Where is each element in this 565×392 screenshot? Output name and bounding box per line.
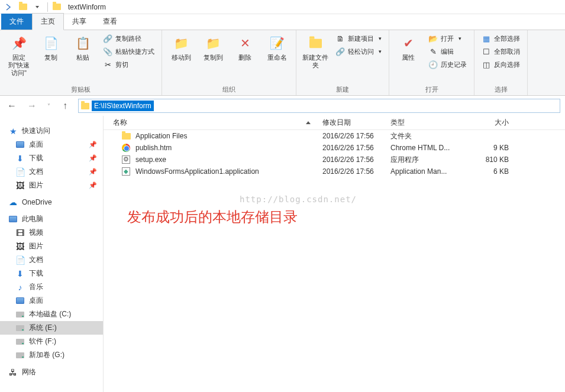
col-name[interactable]: 名称 [104, 118, 322, 128]
sidebar-videos[interactable]: 🎞视频 [0, 226, 103, 239]
sidebar-pictures[interactable]: 🖼图片📌 [0, 179, 103, 192]
sidebar-drive-e[interactable]: 系统 (E:) [0, 321, 103, 335]
sidebar-thispc[interactable]: 此电脑 [0, 212, 103, 226]
rename-button[interactable]: 📝 重命名 [263, 33, 291, 64]
file-row[interactable]: Application Files 2016/2/26 17:56 文件夹 [104, 130, 565, 142]
sidebar-drive-f[interactable]: 软件 (F:) [0, 335, 103, 348]
delete-icon: ✕ [237, 35, 253, 51]
tab-file[interactable]: 文件 [1, 14, 32, 30]
address-bar[interactable]: E:\IIS\textWinform [78, 99, 560, 113]
sidebar-documents2[interactable]: 📄文档 [0, 253, 103, 267]
col-type[interactable]: 类型 [390, 118, 467, 128]
paste-icon: 📋 [75, 35, 91, 51]
newitem-icon: 🗎 [335, 34, 345, 43]
edit-icon: ✎ [428, 47, 438, 56]
drive-icon [15, 310, 25, 319]
tab-home[interactable]: 主页 [32, 13, 64, 30]
drive-icon [15, 337, 25, 346]
rename-icon: 📝 [269, 35, 285, 51]
pictures-icon: 🖼 [15, 242, 25, 251]
newfolder-button[interactable]: 新建文件夹 [301, 33, 330, 72]
file-row[interactable]: setup.exe 2016/2/26 17:56 应用程序 810 KB [104, 154, 565, 166]
sidebar-drive-c[interactable]: 本地磁盘 (C:) [0, 307, 103, 321]
qat-customize-icon[interactable] [31, 1, 44, 13]
tab-view[interactable]: 查看 [95, 14, 125, 30]
desktop-icon [15, 140, 25, 150]
downloads-icon: ⬇ [15, 154, 25, 163]
cut-button[interactable]: ✂剪切 [101, 59, 157, 70]
videos-icon: 🎞 [15, 228, 25, 238]
navigation-pane[interactable]: ★快速访问 桌面📌 ⬇下载📌 📄文档📌 🖼图片📌 ☁OneDrive 此电脑 🎞… [0, 116, 104, 392]
sidebar-music[interactable]: ♪音乐 [0, 280, 103, 294]
documents-icon: 📄 [15, 255, 25, 265]
easyaccess-icon: 🔗 [335, 47, 345, 56]
window-title: textWinform [68, 3, 106, 11]
application-icon [121, 167, 131, 176]
selectall-icon: ▦ [482, 34, 491, 43]
file-row[interactable]: publish.htm 2016/2/26 17:56 Chrome HTML … [104, 142, 565, 154]
sidebar-onedrive[interactable]: ☁OneDrive [0, 196, 103, 209]
select-group-label: 选择 [479, 84, 522, 94]
paste-label: 粘贴 [76, 54, 89, 61]
pin-icon: 📌 [89, 141, 97, 148]
qat-right-arrow[interactable] [2, 1, 15, 13]
sidebar-desktop2[interactable]: 桌面 [0, 294, 103, 307]
ribbon-tabs: 文件 主页 共享 查看 [0, 14, 565, 30]
recent-dropdown[interactable]: ˅ [45, 99, 52, 113]
sidebar-desktop[interactable]: 桌面📌 [0, 138, 103, 151]
tab-share[interactable]: 共享 [64, 14, 95, 30]
forward-button[interactable]: → [25, 99, 39, 113]
copy-button[interactable]: 📄 复制 [37, 33, 65, 64]
copypath-button[interactable]: 🔗复制路径 [101, 33, 157, 44]
address-path[interactable]: E:\IIS\textWinform [92, 101, 154, 111]
sidebar-downloads[interactable]: ⬇下载📌 [0, 151, 103, 165]
ribbon-group-new: 新建文件夹 🗎新建项目▾ 🔗轻松访问▾ 新建 [296, 30, 389, 95]
edit-button[interactable]: ✎编辑 [426, 46, 469, 57]
paste-button[interactable]: 📋 粘贴 [69, 33, 97, 64]
newitem-button[interactable]: 🗎新建项目▾ [333, 33, 384, 44]
ribbon-group-select: ▦全部选择 ☐全部取消 ◫反向选择 选择 [474, 30, 528, 95]
sidebar-pictures2[interactable]: 🖼图片 [0, 239, 103, 253]
title-bar: textWinform [0, 0, 565, 14]
pc-icon [8, 215, 18, 224]
properties-icon: ✔ [400, 35, 417, 51]
ribbon-group-open: ✔ 属性 📂打开▾ ✎编辑 🕘历史记录 打开 [389, 30, 474, 95]
back-button[interactable]: ← [5, 99, 19, 113]
selectall-button[interactable]: ▦全部选择 [479, 33, 522, 44]
downloads-icon: ⬇ [15, 269, 25, 278]
folder-icon[interactable] [17, 1, 30, 13]
easyaccess-button[interactable]: 🔗轻松访问▾ [333, 46, 384, 57]
body: ★快速访问 桌面📌 ⬇下载📌 📄文档📌 🖼图片📌 ☁OneDrive 此电脑 🎞… [0, 116, 565, 392]
selectnone-button[interactable]: ☐全部取消 [479, 46, 522, 57]
copyto-button[interactable]: 📁 复制到 [199, 33, 227, 64]
col-date[interactable]: 修改日期 [322, 118, 390, 128]
invert-button[interactable]: ◫反向选择 [479, 59, 522, 70]
open-button[interactable]: 📂打开▾ [426, 33, 469, 44]
file-list-pane: 名称 修改日期 类型 大小 Application Files 2016/2/2… [104, 116, 565, 392]
delete-button[interactable]: ✕ 删除 [231, 33, 259, 64]
file-row[interactable]: WindowsFormsApplication1.application 201… [104, 166, 565, 177]
copyto-icon: 📁 [205, 35, 221, 51]
ribbon-group-clipboard: 📌 固定到"快速访问" 📄 复制 📋 粘贴 🔗复制路径 📎粘贴快捷方式 ✂剪切 … [0, 30, 162, 95]
sidebar-downloads2[interactable]: ⬇下载 [0, 267, 103, 280]
watermark-text: http://blog.csdn.net/ [240, 195, 357, 204]
moveto-button[interactable]: 📁 移动到 [167, 33, 195, 64]
pasteshortcut-button[interactable]: 📎粘贴快捷方式 [101, 46, 157, 57]
properties-button[interactable]: ✔ 属性 [394, 33, 422, 64]
sidebar-drive-g[interactable]: 新加卷 (G:) [0, 348, 103, 362]
col-size[interactable]: 大小 [467, 118, 515, 128]
sidebar-documents[interactable]: 📄文档📌 [0, 165, 103, 179]
sidebar-network[interactable]: 🖧网络 [0, 365, 103, 379]
copy-label: 复制 [44, 54, 57, 61]
annotation-text: 发布成功后的本地存储目录 [127, 208, 298, 226]
sidebar-quickaccess[interactable]: ★快速访问 [0, 124, 103, 138]
up-button[interactable]: ↑ [58, 99, 72, 113]
separator [47, 2, 48, 12]
pin-quickaccess-button[interactable]: 📌 固定到"快速访问" [5, 33, 33, 80]
chrome-icon [121, 143, 131, 153]
pin-icon: 📌 [89, 168, 97, 176]
clipboard-group-label: 剪贴板 [5, 84, 157, 94]
exe-icon [121, 155, 131, 164]
history-button[interactable]: 🕘历史记录 [426, 59, 469, 70]
copy-icon: 📄 [43, 35, 59, 51]
